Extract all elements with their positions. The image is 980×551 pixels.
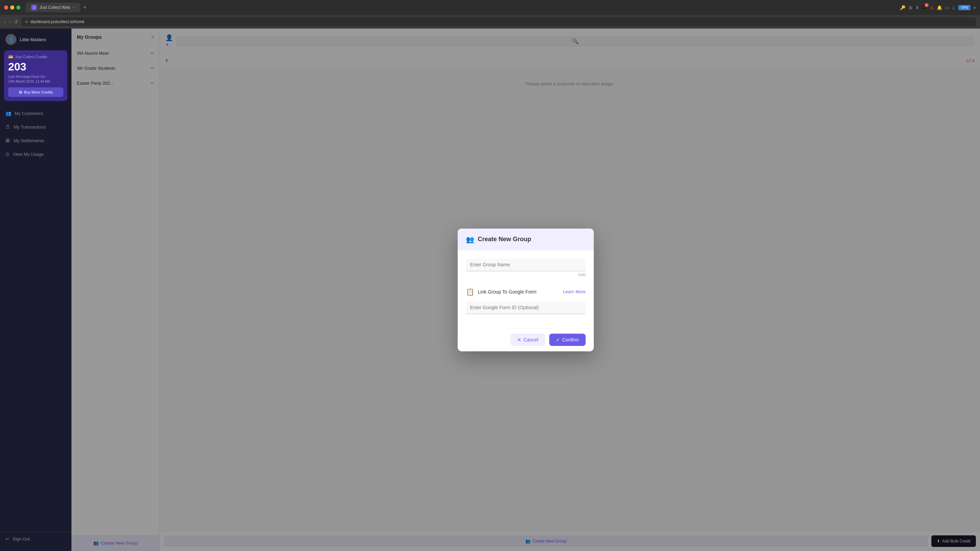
menu-icon[interactable]: ≡: [973, 5, 976, 10]
main-content: My Groups × IIM Alumni Meet ✏ 5th Grade …: [72, 29, 980, 551]
buy-credits-button[interactable]: 🏛 Buy More Credits: [8, 87, 63, 97]
sidebar: 👤 Little Masters 💳 Just Collect Credits …: [0, 29, 72, 551]
url-text: dashboard.justcollect.io/home: [30, 19, 84, 24]
usage-icon: ⊙: [5, 151, 10, 157]
extension-badge[interactable]: 🛡 3: [922, 5, 927, 11]
credits-card: 💳 Just Collect Credits 203 Last Recharge…: [4, 50, 67, 101]
sidebar-item-settlements[interactable]: 🏛 My Settlements: [0, 134, 72, 147]
browser-nav-actions: 🔑 🖥 ⬆ 🛡 3 ⚠ 🔔 ▭ ⤓ VPN ≡: [900, 5, 976, 11]
nav-bar: ‹ › ↺ ⚙ dashboard.justcollect.io/home: [0, 15, 980, 29]
modal-body: 0/40 📋 Link Group To Google Form Learn M…: [458, 250, 594, 328]
share-icon[interactable]: ⬆: [915, 5, 919, 10]
sign-out-button[interactable]: ↩ Sign Out: [0, 532, 72, 546]
credits-amount: 203: [8, 60, 63, 73]
google-form-section: 📋 Link Group To Google Form Learn More: [466, 282, 585, 301]
sidebar-item-usage-label: View My Usage: [13, 152, 43, 157]
modal-header-icon: 👥: [466, 235, 474, 243]
create-group-modal: 👥 Create New Group 0/40 📋 Link Group To …: [458, 229, 594, 351]
credits-recharge-label: Last Recharge Done On: 14th March 2024, …: [8, 75, 63, 84]
sidebar-item-transactions-label: My Transactions: [14, 124, 46, 130]
google-form-id-group: [466, 301, 585, 314]
credits-icon: 💳: [8, 54, 13, 59]
google-form-id-input[interactable]: [466, 301, 585, 314]
bell-icon[interactable]: 🔔: [937, 5, 942, 10]
address-bar[interactable]: ⚙ dashboard.justcollect.io/home: [21, 17, 976, 26]
char-count: 0/40: [466, 273, 585, 277]
cancel-button[interactable]: ✕ Cancel: [511, 333, 545, 346]
maximize-window-button[interactable]: [16, 5, 21, 10]
sign-out-label: Sign Out: [13, 537, 30, 541]
google-form-label: Link Group To Google Form: [478, 289, 560, 295]
avatar: 👤: [5, 34, 16, 45]
screen-share-icon[interactable]: 🖥: [908, 5, 913, 10]
transactions-icon: 🗒: [5, 124, 10, 130]
tab-title: Just Collect Web: [40, 5, 70, 10]
group-name-form-group: 0/40: [466, 259, 585, 277]
forward-button[interactable]: ›: [9, 19, 11, 24]
confirm-icon: ✓: [556, 337, 560, 343]
sidebar-item-usage[interactable]: ⊙ View My Usage: [0, 147, 72, 161]
sidebar-item-transactions[interactable]: 🗒 My Transactions: [0, 120, 72, 134]
refresh-button[interactable]: ↺: [14, 19, 18, 24]
close-window-button[interactable]: [4, 5, 8, 10]
browser-chrome: J Just Collect Web × + 🔑 🖥 ⬆ 🛡 3 ⚠ 🔔 ▭ ⤓…: [0, 0, 980, 15]
tab-bar: J Just Collect Web × +: [26, 3, 897, 12]
google-form-icon: 📋: [466, 288, 474, 296]
user-section: 👤 Little Masters: [0, 34, 72, 50]
sign-out-icon: ↩: [5, 537, 9, 541]
user-name: Little Masters: [20, 37, 46, 42]
sidebar-item-settlements-label: My Settlements: [14, 138, 44, 143]
sidebar-item-customers[interactable]: 👥 My Customers: [0, 106, 72, 120]
nav-items: 👥 My Customers 🗒 My Transactions 🏛 My Se…: [0, 106, 72, 532]
back-button[interactable]: ‹: [4, 19, 6, 24]
sidebar-item-customers-label: My Customers: [14, 111, 43, 116]
traffic-lights: [4, 5, 21, 10]
customers-icon: 👥: [5, 111, 11, 116]
modal-header: 👥 Create New Group: [458, 229, 594, 250]
warning-icon: ⚠: [930, 5, 934, 10]
modal-title: Create New Group: [478, 236, 531, 243]
active-tab[interactable]: J Just Collect Web ×: [26, 3, 80, 12]
vpn-button[interactable]: VPN: [958, 5, 971, 10]
buy-credits-icon: 🏛: [19, 90, 22, 94]
modal-actions: ✕ Cancel ✓ Confirm: [458, 328, 594, 351]
credits-label: 💳 Just Collect Credits: [8, 54, 63, 59]
cancel-icon: ✕: [517, 337, 521, 343]
settlements-icon: 🏛: [5, 138, 10, 143]
confirm-button[interactable]: ✓ Confirm: [549, 333, 585, 346]
tab-close-button[interactable]: ×: [73, 6, 75, 10]
extensions-icon[interactable]: 🔑: [900, 5, 905, 10]
tab-favicon-icon: J: [31, 5, 37, 10]
group-name-input[interactable]: [466, 259, 585, 272]
app-layout: 👤 Little Masters 💳 Just Collect Credits …: [0, 29, 980, 551]
minimize-window-button[interactable]: [10, 5, 14, 10]
modal-overlay[interactable]: 👥 Create New Group 0/40 📋 Link Group To …: [72, 29, 980, 551]
new-tab-button[interactable]: +: [83, 4, 87, 11]
downloads-icon[interactable]: ⤓: [952, 5, 956, 10]
sidebar-icon[interactable]: ▭: [945, 5, 949, 10]
learn-more-link[interactable]: Learn More: [563, 289, 585, 294]
